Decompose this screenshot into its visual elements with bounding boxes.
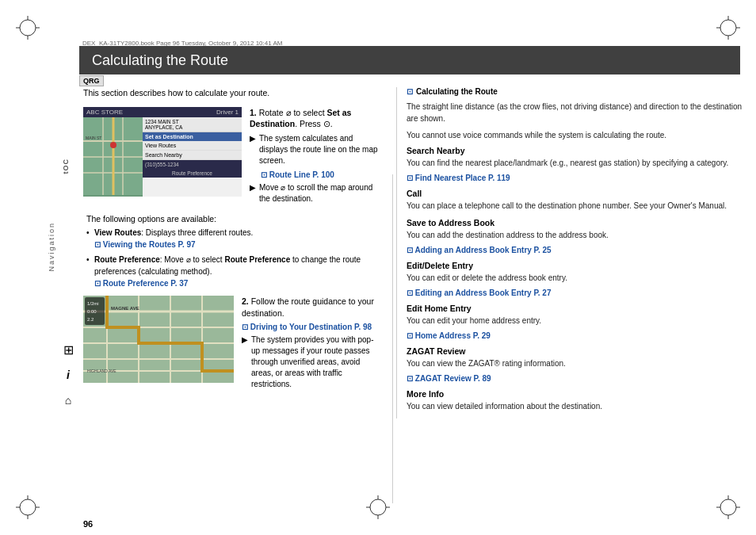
route-pref-term: Route Preference (94, 255, 160, 264)
zagat-review-link[interactable]: ⊡ ZAGAT Review P. 89 (407, 374, 748, 383)
right-note: You cannot use voice commands while the … (407, 129, 748, 141)
svg-text:MAIN ST: MAIN ST (86, 136, 101, 140)
route-line-link[interactable]: ⊡ Route Line P. 100 (261, 170, 334, 179)
edit-delete-heading: Edit/Delete Entry (407, 261, 748, 270)
bullet-arrow-2: ▶ (250, 182, 256, 193)
bullet-options: The following options are available: Vie… (86, 214, 380, 289)
svg-point-32 (110, 142, 116, 148)
step1-bullet-1-text: The system calculates and displays the r… (259, 133, 380, 166)
save-address-text: You can add the destination address to t… (407, 229, 748, 241)
find-nearest-place-link[interactable]: ⊡ Find Nearest Place P. 119 (407, 174, 748, 182)
right-section-icon: ⊡ (407, 87, 413, 96)
corner-mark-bl (16, 495, 40, 519)
svg-text:0:00: 0:00 (87, 309, 97, 314)
right-section-title-text: Calculating the Route (416, 87, 498, 96)
svg-text:HIGHLAND AVE: HIGHLAND AVE (87, 369, 116, 373)
step1-bullet-1: ▶ The system calculates and displays the… (250, 133, 380, 166)
sidebar-icon-home[interactable]: ⌂ (59, 392, 77, 409)
intro-text: This section describes how to calculate … (83, 87, 380, 99)
zagat-heading: ZAGAT Review (407, 346, 748, 356)
step1-bullet-2: ▶ Move ⌀ to scroll the map around the de… (250, 182, 380, 204)
step1-action: Set as Destination (250, 108, 351, 129)
view-routes-item: View Routes: Displays three different ro… (86, 227, 380, 250)
step1-area: ABC STORE Driver 1 (83, 107, 380, 208)
left-column: This section describes how to calculate … (83, 87, 380, 393)
qrg-badge: QRG (79, 75, 104, 86)
screen-header: ABC STORE Driver 1 (83, 107, 242, 117)
step2-bullet: ▶ The system provides you with pop-up me… (242, 334, 380, 390)
step2-link[interactable]: ⊡ Driving to Your Destination P. 98 (242, 322, 380, 331)
route-pref-link[interactable]: ⊡ Route Preference P. 37 (94, 279, 188, 288)
search-nearby-text: You can find the nearest place/landmark … (407, 157, 748, 169)
svg-point-0 (20, 20, 36, 36)
svg-text:1/2mi: 1/2mi (87, 301, 99, 306)
section-zagat: ZAGAT Review You can view the ZAGAT® rat… (407, 346, 748, 383)
svg-point-5 (720, 20, 736, 36)
edit-home-text: You can edit your home address entry. (407, 315, 748, 327)
section-edit-delete: Edit/Delete Entry You can edit or delete… (407, 261, 748, 297)
editing-address-link[interactable]: ⊡ Editing an Address Book Entry P. 27 (407, 289, 748, 297)
right-column: ⊡ Calculating the Route The straight lin… (396, 87, 748, 418)
section-more-info: More Info You can view detailed informat… (407, 389, 748, 412)
step2-number: 2. (242, 296, 249, 306)
step1-instructions: 1. Rotate ⌀ to select Set as Destination… (250, 107, 380, 208)
map-svg-2: MAGNE AVE HIGHLAND AVE 1/2mi 0:00 2.2 (83, 296, 234, 383)
screen-menu-item-1: View Routes (143, 141, 242, 151)
sidebar-controls: ⊞ i ⌂ (59, 341, 77, 409)
screen-menu-item-2: Search Nearby (143, 151, 242, 160)
section-call: Call You can place a telephone call to t… (407, 189, 748, 212)
route-pref-item: Route Preference: Move ⌀ to select Route… (86, 254, 380, 289)
toc-label: tOC (62, 159, 70, 174)
sidebar-icon-info[interactable]: i (59, 366, 77, 384)
screen-driver: Driver 1 (216, 109, 239, 116)
view-routes-term: View Routes (94, 228, 141, 237)
step1-text: 1. Rotate ⌀ to select Set as Destination… (250, 107, 380, 130)
right-intro: The straight line distance (as the crow … (407, 101, 748, 124)
screen-menu-item-3: Route Preference (143, 169, 242, 178)
view-routes-link[interactable]: ⊡ Viewing the Routes P. 97 (94, 240, 196, 249)
screen-map: MAIN ST (83, 117, 143, 197)
screen-menu: 1234 MAIN ST ANYPLACE, CA Set as Destina… (143, 117, 242, 197)
search-nearby-heading: Search Nearby (407, 146, 748, 155)
section-edit-home: Edit Home Entry You can edit your home a… (407, 304, 748, 340)
route-pref-bold: Route Preference (224, 255, 290, 264)
step1-link1[interactable]: ⊡ Route Line P. 100 (261, 170, 380, 179)
svg-text:MAGNE AVE: MAGNE AVE (111, 306, 139, 311)
main-content: This section describes how to calculate … (83, 87, 748, 519)
section-save-address: Save to Address Book You can add the des… (407, 218, 748, 254)
step1-number: 1. (250, 108, 257, 117)
step1-bullet-2-text: Move ⌀ to scroll the map around the dest… (259, 182, 380, 204)
nav-label: Navigation (48, 222, 55, 272)
column-divider (392, 174, 393, 503)
device-screen-1: ABC STORE Driver 1 (83, 107, 242, 208)
call-text: You can place a telephone call to the de… (407, 200, 748, 212)
edit-delete-text: You can edit or delete the address book … (407, 272, 748, 284)
bullet-options-title: The following options are available: (86, 214, 380, 224)
screen-addr1: 1234 MAIN ST (145, 119, 239, 124)
screen-map-svg: MAIN ST (83, 117, 143, 195)
screen-addr2: ANYPLACE, CA (145, 124, 239, 130)
corner-mark-tl (16, 16, 40, 40)
driving-destination-link[interactable]: ⊡ Driving to Your Destination P. 98 (242, 323, 372, 331)
edit-home-heading: Edit Home Entry (407, 304, 748, 313)
step2-area: MAGNE AVE HIGHLAND AVE 1/2mi 0:00 2.2 2.… (83, 296, 380, 393)
screen-menu-item-0: Set as Destination (143, 132, 242, 141)
screen-store-name: ABC STORE (86, 109, 123, 116)
home-address-link[interactable]: ⊡ Home Address P. 29 (407, 331, 748, 340)
header-bar: Calculating the Route (79, 46, 740, 75)
screen-phone: (310)555-1234 (143, 160, 242, 169)
adding-address-link[interactable]: ⊡ Adding an Address Book Entry P. 25 (407, 246, 748, 254)
sidebar-icon-map[interactable]: ⊞ (59, 341, 77, 358)
bullet-arrow-3: ▶ (242, 334, 248, 346)
more-info-heading: More Info (407, 389, 748, 399)
step2-text: 2. Follow the route guidance to your des… (242, 296, 380, 319)
zagat-text: You can view the ZAGAT® rating informati… (407, 357, 748, 369)
screen-body: MAIN ST 1234 MAIN ST ANYPLACE, CA Set as… (83, 117, 242, 197)
step2-bullet-text: The system provides you with pop-up mess… (251, 334, 380, 390)
svg-text:2.2: 2.2 (87, 317, 94, 322)
svg-point-10 (20, 499, 36, 515)
call-heading: Call (407, 189, 748, 198)
map-simulation: MAGNE AVE HIGHLAND AVE 1/2mi 0:00 2.2 (83, 296, 234, 383)
device-screen-2: MAGNE AVE HIGHLAND AVE 1/2mi 0:00 2.2 (83, 296, 234, 393)
section-search-nearby: Search Nearby You can find the nearest p… (407, 146, 748, 182)
